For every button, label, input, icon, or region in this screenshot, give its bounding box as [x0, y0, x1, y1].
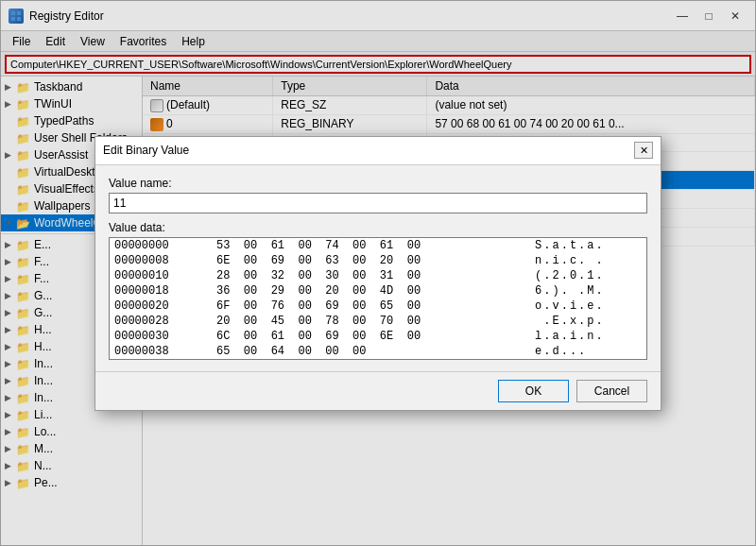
value-name-input[interactable] — [109, 193, 647, 213]
binary-row: 00000030 6C 00 61 00 69 00 6E 00 l.a.i.n… — [110, 329, 646, 344]
binary-data-container[interactable]: 00000000 53 00 61 00 74 00 61 00 S.a.t.a… — [109, 237, 647, 360]
dialog-titlebar: Edit Binary Value ✕ — [95, 137, 661, 165]
binary-hex: 65 00 64 00 00 00 — [198, 344, 513, 359]
dialog-body: Value name: Value data: 00000000 53 00 6… — [95, 165, 661, 371]
binary-row: 00000038 65 00 64 00 00 00 e.d... — [110, 344, 646, 359]
binary-hex: 6F 00 76 00 69 00 65 00 — [198, 299, 513, 314]
binary-address: 00000028 — [110, 314, 198, 329]
value-name-group: Value name: — [109, 177, 647, 213]
binary-ascii: S.a.t.a. — [513, 238, 646, 253]
binary-ascii: l.a.i.n. — [513, 329, 646, 344]
binary-address: 00000008 — [110, 253, 198, 268]
binary-hex: 20 00 45 00 78 00 70 00 — [198, 314, 513, 329]
binary-hex: 53 00 61 00 74 00 61 00 — [198, 238, 513, 253]
dialog-footer: OK Cancel — [95, 371, 661, 410]
binary-address: 00000038 — [110, 344, 198, 359]
binary-row: 00000018 36 00 29 00 20 00 4D 00 6.). .M… — [110, 283, 646, 299]
binary-ascii: (.2.0.1. — [513, 268, 646, 283]
binary-address: 00000020 — [110, 299, 198, 314]
main-window: Registry Editor — □ ✕ File Edit View Fav… — [0, 0, 756, 546]
binary-address: 00000010 — [110, 268, 198, 283]
binary-row: 00000028 20 00 45 00 78 00 70 00 .E.x.p. — [110, 314, 646, 329]
binary-address: 00000018 — [110, 283, 198, 299]
ok-button[interactable]: OK — [498, 380, 569, 402]
binary-hex: 6C 00 61 00 69 00 6E 00 — [198, 329, 513, 344]
binary-address: 00000000 — [110, 238, 198, 253]
binary-table: 00000000 53 00 61 00 74 00 61 00 S.a.t.a… — [110, 238, 646, 359]
binary-ascii: o.v.i.e. — [513, 299, 646, 314]
edit-binary-dialog: Edit Binary Value ✕ Value name: Value da… — [94, 136, 662, 411]
dialog-close-button[interactable]: ✕ — [634, 142, 653, 159]
binary-row: 00000020 6F 00 76 00 69 00 65 00 o.v.i.e… — [110, 299, 646, 314]
binary-ascii: n.i.c. . — [513, 253, 646, 268]
value-name-label: Value name: — [109, 177, 647, 190]
cancel-button[interactable]: Cancel — [576, 380, 647, 402]
modal-overlay: Edit Binary Value ✕ Value name: Value da… — [1, 1, 755, 545]
binary-hex: 36 00 29 00 20 00 4D 00 — [198, 283, 513, 299]
binary-address: 00000030 — [110, 329, 198, 344]
dialog-title: Edit Binary Value — [103, 144, 189, 157]
binary-row: 00000010 28 00 32 00 30 00 31 00 (.2.0.1… — [110, 268, 646, 283]
binary-row: 00000000 53 00 61 00 74 00 61 00 S.a.t.a… — [110, 238, 646, 253]
binary-hex: 28 00 32 00 30 00 31 00 — [198, 268, 513, 283]
value-data-label: Value data: — [109, 221, 647, 234]
value-data-group: Value data: 00000000 53 00 61 00 74 00 6… — [109, 221, 647, 360]
binary-row: 00000008 6E 00 69 00 63 00 20 00 n.i.c. … — [110, 253, 646, 268]
binary-hex: 6E 00 69 00 63 00 20 00 — [198, 253, 513, 268]
binary-ascii: 6.). .M. — [513, 283, 646, 299]
binary-ascii: .E.x.p. — [513, 314, 646, 329]
binary-ascii: e.d... — [513, 344, 646, 359]
